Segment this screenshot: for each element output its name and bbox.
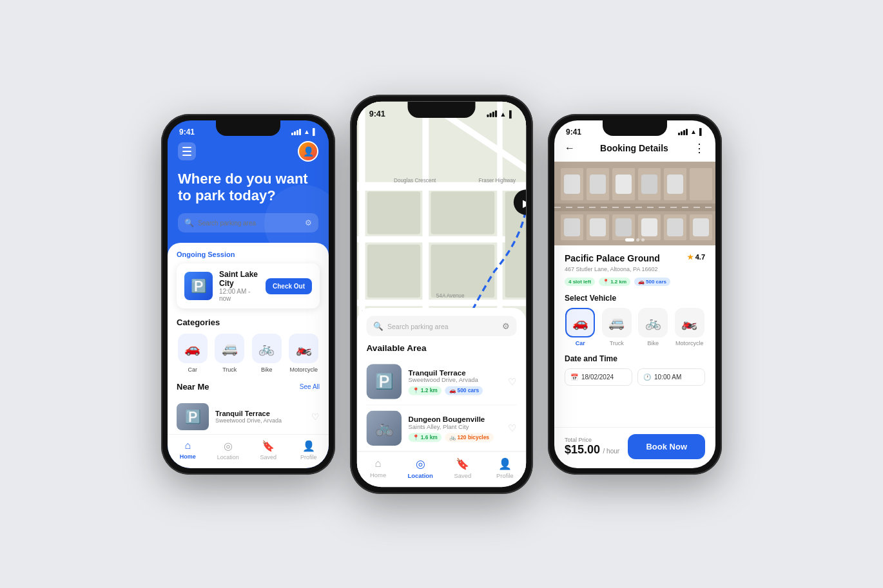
favorite-icon[interactable]: ♡ [311,412,320,422]
price-display: $15.00 / hour [565,443,619,457]
distance-tag-venue: 📍 1.2 km [599,278,630,286]
truck-vehicle-icon[interactable]: 🚐 [602,308,632,337]
capacity-tag-2: 🚲 120 bicycles [445,432,493,441]
search-icon: 🔍 [184,218,194,227]
vehicle-truck[interactable]: 🚐 Truck [601,308,633,346]
price-label: Total Price [565,437,619,443]
svg-text:Douglas Crescent: Douglas Crescent [394,177,436,183]
map-area[interactable]: ▶ ▲ 203 Street Douglas Crescent Fraser H… [357,101,527,451]
near-address: Sweetwood Drive, Arvada [215,417,305,424]
session-name: Saint Lake City [219,270,259,288]
map-filter-icon[interactable]: ⚙ [503,321,510,330]
select-vehicle-label: Select Vehicle [565,294,705,303]
vehicle-car[interactable]: 🚗 Car [565,308,596,346]
distance-tag-1: 📍 1.2 km [409,386,442,395]
status-icons-3: ▲ ▌ [678,128,704,135]
svg-rect-53 [667,218,683,236]
svg-rect-52 [641,218,657,236]
bike-icon-wrap: 🚲 [252,334,282,363]
price-unit: / hour [603,448,620,455]
nav-location[interactable]: ◎ Location [208,440,249,460]
favorite-icon-2[interactable]: ♡ [508,422,517,433]
svg-rect-36 [564,175,580,194]
status-time-1: 9:41 [179,128,195,137]
nav-profile[interactable]: 👤 Profile [289,440,329,460]
time-field[interactable]: 🕐 10:00 AM [637,368,705,386]
book-now-button[interactable]: Book Now [628,434,705,459]
nav-saved[interactable]: 🔖 Saved [248,440,289,460]
svg-rect-54 [693,218,709,236]
svg-text:Fraser Highway: Fraser Highway [479,177,516,183]
price-section: Total Price $15.00 / hour [565,437,619,457]
bottom-nav-2: ⌂ Home ◎ Location 🔖 Saved 👤 Profile [357,451,527,487]
truck-label: Truck [222,366,237,373]
profile-nav-label: Profile [300,454,317,460]
motorcycle-vehicle-icon[interactable]: 🏍️ [675,308,704,337]
carousel-dot-1[interactable] [625,238,634,242]
svg-rect-49 [564,218,580,236]
checkout-button[interactable]: Check Out [266,278,312,294]
bike-vehicle-label: Bike [647,340,659,346]
filter-icon[interactable]: ⚙ [305,218,312,227]
signal-icon-3 [678,129,688,135]
car-vehicle-icon[interactable]: 🚗 [565,308,595,337]
map-search-placeholder: Search parking area [387,322,449,330]
back-button[interactable]: ← [565,142,575,154]
nav-location-2[interactable]: ◎ Location [399,457,442,479]
venue-address: 467 Stutler Lane, Altoona, PA 16602 [565,266,705,272]
parking-card-2[interactable]: 🚲 Dungeon Bougenville Saints Alley, Plan… [366,405,516,451]
capacity-tag-1: 🚗 500 cars [445,386,483,395]
nav-profile-2[interactable]: 👤 Profile [484,457,527,479]
svg-text:54A Avenue: 54A Avenue [436,293,465,299]
venue-rating: ★ 4.7 [687,253,705,261]
map-search-overlay: 🔍 Search parking area ⚙ Available Area 🅿… [357,308,527,451]
car-label: Car [188,366,197,373]
search-bar[interactable]: 🔍 ⚙ [178,213,318,232]
menu-button[interactable] [178,142,196,160]
session-time: 12:00 AM - now [219,288,259,302]
category-car[interactable]: 🚗 Car [177,334,209,373]
parking-svg [554,162,715,245]
date-field[interactable]: 📅 18/02/2024 [565,368,632,386]
slots-tag: 4 slot left [565,278,595,286]
categories-grid: 🚗 Car 🚐 Truck 🚲 Bike 🏍️ Motorcycle [177,334,320,373]
avatar[interactable]: 👤 [298,141,318,162]
near-place-item[interactable]: 🅿️ Tranquil Terrace Sweetwood Drive, Arv… [177,398,320,433]
favorite-icon-1[interactable]: ♡ [508,376,517,387]
status-time-2: 9:41 [369,109,385,119]
bike-label: Bike [261,366,273,373]
nav-home[interactable]: ⌂ Home [168,440,208,460]
booking-footer: Total Price $15.00 / hour Book Now [554,427,715,468]
parking-card-1[interactable]: 🅿️ Tranquil Terrace Sweetwood Drive, Arv… [366,358,516,404]
vehicle-bike[interactable]: 🚲 Bike [637,308,669,346]
bike-vehicle-icon[interactable]: 🚲 [638,308,668,337]
see-all-link[interactable]: See All [300,383,320,390]
more-options-button[interactable]: ⋮ [694,141,705,155]
car-vehicle-label: Car [576,340,585,346]
distance-tag-2: 📍 1.6 km [409,432,442,441]
map-search-bar[interactable]: 🔍 Search parking area ⚙ [366,316,516,336]
near-name: Tranquil Terrace [215,410,305,417]
svg-rect-35 [690,168,712,200]
vehicle-motorcycle[interactable]: 🏍️ Motorcycle [674,308,706,346]
carousel-dot-3[interactable] [641,238,645,242]
ongoing-label: Ongoing Session [177,251,320,258]
capacity-tag-venue: 🚗 500 cars [634,278,670,286]
nav-saved-2[interactable]: 🔖 Saved [442,457,484,479]
svg-text:▶: ▶ [523,196,527,208]
nav-home-2[interactable]: ⌂ Home [357,457,400,479]
carousel-dot-2[interactable] [636,238,639,242]
battery-icon-2: ▌ [509,109,514,117]
saved-nav-icon-2: 🔖 [456,457,469,470]
saved-nav-icon: 🔖 [262,440,275,452]
svg-rect-40 [667,175,683,194]
category-truck[interactable]: 🚐 Truck [214,334,246,373]
search-input[interactable] [198,220,301,227]
phone-map: 9:41 ▲ ▌ [350,95,533,494]
category-bike[interactable]: 🚲 Bike [251,334,283,373]
category-motorcycle[interactable]: 🏍️ Motorcycle [288,334,320,373]
parking-addr-2: Saints Alley, Plant City [409,423,501,430]
venue-header: Pacific Palace Ground ★ 4.7 [565,253,705,264]
image-carousel[interactable] [625,238,645,242]
status-icons-1: ▲ ▌ [291,128,317,135]
